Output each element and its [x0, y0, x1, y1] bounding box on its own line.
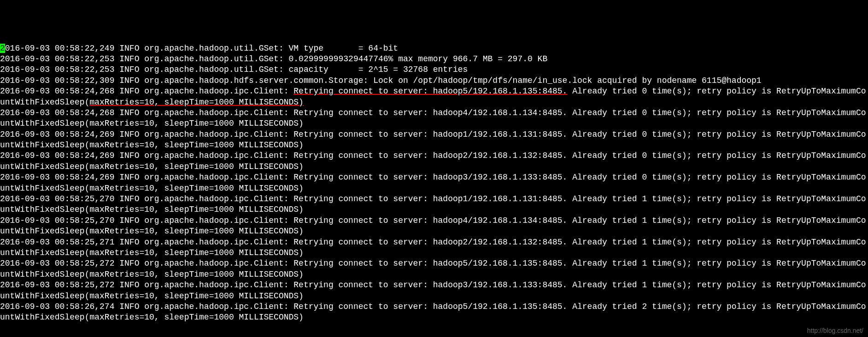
log-line: 2016-09-03 00:58:24,269 INFO org.apache.…: [0, 129, 868, 151]
terminal-output[interactable]: 2016-09-03 00:58:22,249 INFO org.apache.…: [0, 43, 868, 323]
log-line: 2016-09-03 00:58:22,249 INFO org.apache.…: [0, 43, 868, 54]
highlighted-text: Retrying connect to server: hadoop5/192.…: [293, 87, 567, 96]
log-line: 2016-09-03 00:58:25,271 INFO org.apache.…: [0, 237, 868, 259]
log-line: 2016-09-03 00:58:24,269 INFO org.apache.…: [0, 172, 868, 194]
cursor-char: 2: [0, 44, 5, 53]
log-line: 2016-09-03 00:58:25,270 INFO org.apache.…: [0, 215, 868, 237]
highlighted-text: maxRetries=10, sleepTime=1000 MILLISECON…: [89, 98, 303, 107]
log-line: 2016-09-03 00:58:25,270 INFO org.apache.…: [0, 194, 868, 215]
watermark-text: http://blog.csdn.net/: [807, 326, 863, 335]
log-line: 2016-09-03 00:58:24,268 INFO org.apache.…: [0, 108, 868, 129]
log-line: 2016-09-03 00:58:25,272 INFO org.apache.…: [0, 280, 868, 302]
log-line: 2016-09-03 00:58:22,309 INFO org.apache.…: [0, 76, 868, 86]
log-line: 2016-09-03 00:58:24,268 INFO org.apache.…: [0, 86, 868, 108]
log-line: 2016-09-03 00:58:22,253 INFO org.apache.…: [0, 54, 868, 64]
log-line: 2016-09-03 00:58:25,272 INFO org.apache.…: [0, 258, 868, 280]
log-line: 2016-09-03 00:58:26,274 INFO org.apache.…: [0, 302, 868, 323]
log-line: 2016-09-03 00:58:24,269 INFO org.apache.…: [0, 151, 868, 172]
log-line: 2016-09-03 00:58:22,253 INFO org.apache.…: [0, 64, 868, 75]
